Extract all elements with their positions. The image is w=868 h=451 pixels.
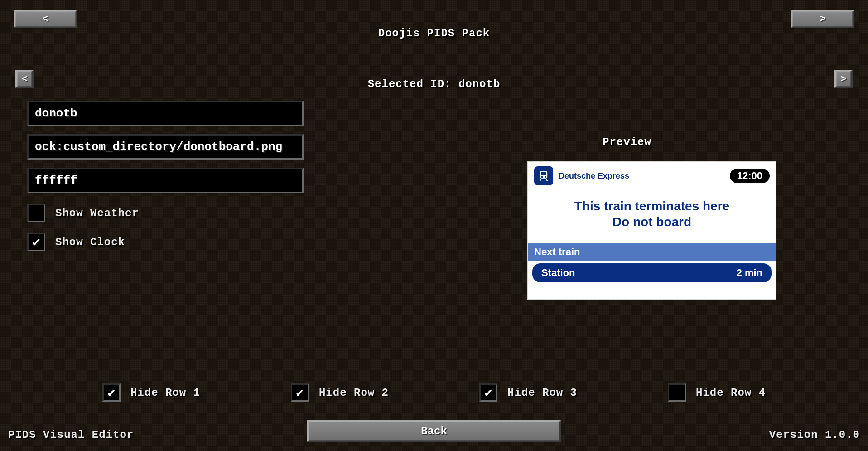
hide-row-4-label: Hide Row 4 bbox=[696, 387, 766, 399]
show-clock-label: Show Clock bbox=[55, 236, 125, 248]
preview-station-name: Station bbox=[541, 267, 575, 279]
hide-row-4-checkbox[interactable]: ✔ bbox=[668, 383, 686, 402]
hide-row-2-checkbox[interactable]: ✔ bbox=[291, 383, 309, 402]
hide-row-1-row: ✔ Hide Row 1 bbox=[102, 383, 200, 402]
checkmark-icon: ✔ bbox=[296, 385, 304, 400]
hide-row-3-label: Hide Row 3 bbox=[507, 387, 577, 399]
selected-id-value: donotb bbox=[458, 78, 500, 90]
page-title: Doojis PIDS Pack bbox=[378, 27, 490, 39]
preview-message-line1: This train terminates here bbox=[528, 198, 776, 214]
train-icon bbox=[534, 166, 553, 185]
svg-rect-3 bbox=[541, 172, 546, 175]
preview-header: Deutsche Express 12:00 bbox=[528, 162, 776, 188]
show-clock-row: ✔ Show Clock bbox=[27, 233, 304, 251]
preview-next-train-label: Next train bbox=[528, 243, 776, 261]
svg-point-1 bbox=[541, 176, 543, 178]
path-input[interactable] bbox=[27, 134, 304, 160]
preview-station-row: Station 2 min bbox=[532, 263, 772, 282]
color-input[interactable] bbox=[27, 168, 304, 193]
chevron-left-icon: < bbox=[22, 74, 27, 84]
checkmark-icon: ✔ bbox=[108, 385, 116, 400]
selected-id-label: Selected ID: donotb bbox=[368, 78, 501, 90]
selected-id-prefix: Selected ID: bbox=[368, 78, 458, 90]
hide-row-1-label: Hide Row 1 bbox=[130, 387, 200, 399]
show-weather-label: Show Weather bbox=[55, 207, 139, 219]
preview-station-eta: 2 min bbox=[737, 267, 762, 279]
next-pack-button[interactable]: > bbox=[791, 10, 854, 28]
config-form: ✔ Show Weather ✔ Show Clock bbox=[27, 101, 304, 251]
svg-point-2 bbox=[545, 176, 546, 178]
preview-message-line2: Do not board bbox=[528, 214, 776, 230]
next-id-button[interactable]: > bbox=[834, 70, 853, 88]
hide-row-2-row: ✔ Hide Row 2 bbox=[291, 383, 389, 402]
back-button-label: Back bbox=[421, 425, 447, 437]
chevron-right-icon: > bbox=[820, 14, 825, 25]
id-input[interactable] bbox=[27, 101, 304, 126]
preview-label: Preview bbox=[603, 136, 651, 148]
preview-panel: Deutsche Express 12:00 This train termin… bbox=[527, 161, 776, 300]
hide-row-1-checkbox[interactable]: ✔ bbox=[102, 383, 121, 402]
hide-row-3-checkbox[interactable]: ✔ bbox=[479, 383, 497, 402]
hide-row-controls: ✔ Hide Row 1 ✔ Hide Row 2 ✔ Hide Row 3 ✔… bbox=[0, 381, 868, 402]
preview-clock: 12:00 bbox=[730, 169, 770, 183]
show-clock-checkbox[interactable]: ✔ bbox=[27, 233, 45, 251]
show-weather-checkbox[interactable]: ✔ bbox=[27, 204, 45, 222]
app-name-label: PIDS Visual Editor bbox=[8, 429, 134, 441]
hide-row-3-row: ✔ Hide Row 3 bbox=[479, 383, 577, 402]
chevron-right-icon: > bbox=[841, 74, 846, 84]
hide-row-2-label: Hide Row 2 bbox=[319, 387, 389, 399]
version-label: Version 1.0.0 bbox=[769, 429, 860, 441]
hide-row-4-row: ✔ Hide Row 4 bbox=[668, 383, 766, 402]
preview-message: This train terminates here Do not board bbox=[528, 198, 776, 230]
preview-brand: Deutsche Express bbox=[559, 171, 629, 181]
checkmark-icon: ✔ bbox=[485, 385, 492, 400]
prev-pack-button[interactable]: < bbox=[14, 10, 77, 28]
chevron-left-icon: < bbox=[42, 14, 48, 25]
prev-id-button[interactable]: < bbox=[15, 70, 34, 88]
checkmark-icon: ✔ bbox=[33, 234, 40, 250]
show-weather-row: ✔ Show Weather bbox=[27, 204, 304, 222]
back-button[interactable]: Back bbox=[307, 420, 561, 442]
